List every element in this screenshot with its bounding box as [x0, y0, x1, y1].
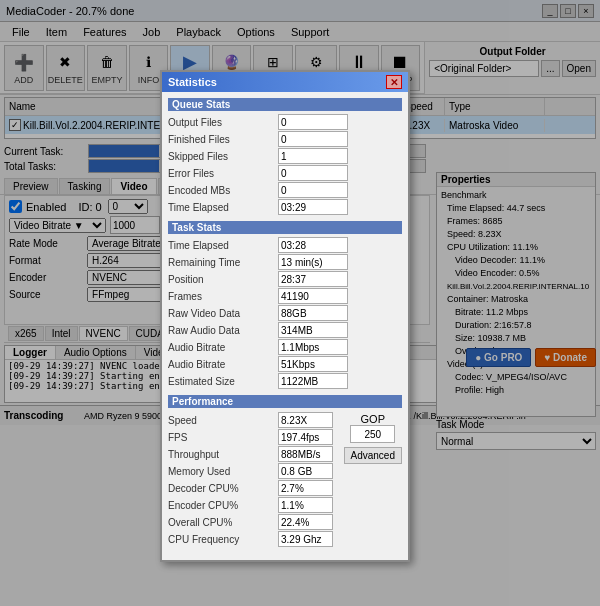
- task-position-label: Position: [168, 274, 278, 285]
- perf-main-row: Speed FPS Throughput Memory Used: [168, 411, 402, 548]
- modal-close-button[interactable]: ✕: [386, 75, 402, 89]
- perf-overall-cpu: Overall CPU%: [168, 514, 340, 530]
- queue-finished-label: Finished Files: [168, 134, 278, 145]
- perf-fps: FPS: [168, 429, 340, 445]
- task-audio-bitrate-label: Audio Bitrate: [168, 342, 278, 353]
- queue-encoded-value[interactable]: [278, 182, 348, 198]
- queue-time-elapsed: Time Elapsed: [168, 199, 402, 215]
- queue-error-label: Error Files: [168, 168, 278, 179]
- queue-output-label: Output Files: [168, 117, 278, 128]
- task-time-elapsed: Time Elapsed: [168, 237, 402, 253]
- perf-throughput-value[interactable]: [278, 446, 333, 462]
- perf-memory-value[interactable]: [278, 463, 333, 479]
- modal-body: Queue Stats Output Files Finished Files …: [162, 92, 408, 560]
- task-raw-video: Raw Video Data: [168, 305, 402, 321]
- task-audio-bitrate2-value[interactable]: [278, 356, 348, 372]
- perf-cpu-freq: CPU Frequency: [168, 531, 340, 547]
- perf-encoder-cpu-value[interactable]: [278, 497, 333, 513]
- gop-area: GOP: [350, 413, 395, 443]
- queue-stats-section: Queue Stats Output Files Finished Files …: [168, 98, 402, 215]
- modal-title-bar: Statistics ✕: [162, 72, 408, 92]
- gop-input[interactable]: [350, 425, 395, 443]
- queue-output-files: Output Files: [168, 114, 402, 130]
- queue-error-files: Error Files: [168, 165, 402, 181]
- task-position: Position: [168, 271, 402, 287]
- perf-title: Performance: [168, 395, 402, 408]
- queue-encoded-mbs: Encoded MBs: [168, 182, 402, 198]
- perf-speed-label: Speed: [168, 415, 278, 426]
- perf-memory: Memory Used: [168, 463, 340, 479]
- task-raw-audio-label: Raw Audio Data: [168, 325, 278, 336]
- task-audio-bitrate-value[interactable]: [278, 339, 348, 355]
- modal-title-text: Statistics: [168, 76, 217, 88]
- perf-fps-label: FPS: [168, 432, 278, 443]
- perf-cpu-freq-value[interactable]: [278, 531, 333, 547]
- queue-time-label: Time Elapsed: [168, 202, 278, 213]
- advanced-button[interactable]: Advanced: [344, 447, 402, 464]
- queue-output-value[interactable]: [278, 114, 348, 130]
- task-raw-video-value[interactable]: [278, 305, 348, 321]
- perf-overall-cpu-label: Overall CPU%: [168, 517, 278, 528]
- task-frames: Frames: [168, 288, 402, 304]
- perf-right: GOP Advanced: [344, 411, 402, 548]
- task-stats-section: Task Stats Time Elapsed Remaining Time P…: [168, 221, 402, 389]
- task-raw-video-label: Raw Video Data: [168, 308, 278, 319]
- queue-skipped-value[interactable]: [278, 148, 348, 164]
- gop-label: GOP: [361, 413, 385, 425]
- task-raw-audio-value[interactable]: [278, 322, 348, 338]
- task-remaining: Remaining Time: [168, 254, 402, 270]
- perf-decoder-cpu-label: Decoder CPU%: [168, 483, 278, 494]
- perf-fps-value[interactable]: [278, 429, 333, 445]
- perf-cpu-freq-label: CPU Frequency: [168, 534, 278, 545]
- perf-memory-label: Memory Used: [168, 466, 278, 477]
- queue-skipped-label: Skipped Files: [168, 151, 278, 162]
- perf-speed: Speed: [168, 412, 340, 428]
- perf-decoder-cpu: Decoder CPU%: [168, 480, 340, 496]
- task-estimated-size: Estimated Size: [168, 373, 402, 389]
- task-time-label: Time Elapsed: [168, 240, 278, 251]
- perf-encoder-cpu-label: Encoder CPU%: [168, 500, 278, 511]
- perf-speed-value[interactable]: [278, 412, 333, 428]
- queue-skipped-files: Skipped Files: [168, 148, 402, 164]
- perf-decoder-cpu-value[interactable]: [278, 480, 333, 496]
- task-frames-value[interactable]: [278, 288, 348, 304]
- perf-throughput: Throughput: [168, 446, 340, 462]
- queue-encoded-label: Encoded MBs: [168, 185, 278, 196]
- task-frames-label: Frames: [168, 291, 278, 302]
- task-estimated-label: Estimated Size: [168, 376, 278, 387]
- queue-time-value[interactable]: [278, 199, 348, 215]
- performance-section: Performance Speed FPS Throughput: [168, 395, 402, 548]
- perf-encoder-cpu: Encoder CPU%: [168, 497, 340, 513]
- task-remaining-label: Remaining Time: [168, 257, 278, 268]
- perf-overall-cpu-value[interactable]: [278, 514, 333, 530]
- perf-throughput-label: Throughput: [168, 449, 278, 460]
- queue-error-value[interactable]: [278, 165, 348, 181]
- queue-stats-title: Queue Stats: [168, 98, 402, 111]
- statistics-modal: Statistics ✕ Queue Stats Output Files Fi…: [160, 70, 410, 562]
- task-remaining-value[interactable]: [278, 254, 348, 270]
- queue-finished-files: Finished Files: [168, 131, 402, 147]
- task-estimated-value[interactable]: [278, 373, 348, 389]
- task-audio-bitrate: Audio Bitrate: [168, 339, 402, 355]
- queue-finished-value[interactable]: [278, 131, 348, 147]
- task-audio-bitrate2-label: Audio Bitrate: [168, 359, 278, 370]
- task-raw-audio: Raw Audio Data: [168, 322, 402, 338]
- task-stats-title: Task Stats: [168, 221, 402, 234]
- perf-left: Speed FPS Throughput Memory Used: [168, 411, 340, 548]
- task-time-value[interactable]: [278, 237, 348, 253]
- main-content: Name Size Duration State Speed Type ✓ Ki…: [0, 97, 600, 425]
- task-position-value[interactable]: [278, 271, 348, 287]
- task-audio-bitrate2: Audio Bitrate: [168, 356, 402, 372]
